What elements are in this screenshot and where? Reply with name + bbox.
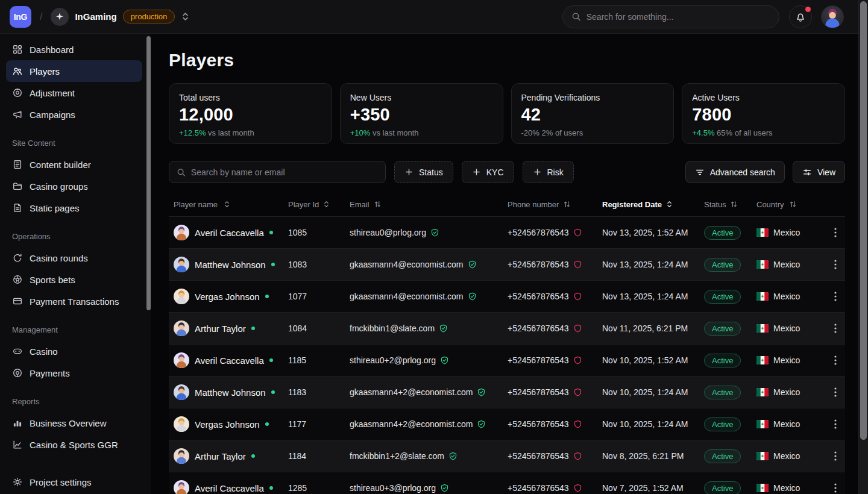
- gear-icon: [12, 477, 23, 487]
- row-menu-button[interactable]: [832, 321, 839, 336]
- player-phone: +524567876543: [508, 387, 569, 397]
- sidebar: Dashboard Players Adjustment Campaigns S…: [0, 34, 151, 494]
- sliders-icon: [802, 167, 812, 177]
- sidebar-scrollbar[interactable]: [146, 36, 151, 310]
- table-row[interactable]: Averil Caccavella 1285 sthireau0+3@prlog…: [169, 472, 845, 494]
- column-header-country[interactable]: Country: [756, 200, 826, 209]
- table-row[interactable]: Vergas Johnson 1177 gkaasmann4+2@economi…: [169, 408, 845, 440]
- player-avatar: [174, 225, 189, 240]
- sidebar-item-label: Sports bets: [30, 275, 75, 285]
- player-phone: +524567876543: [508, 228, 569, 237]
- player-avatar-illustration: [174, 384, 189, 400]
- sidebar-item-label: Casino: [30, 346, 58, 357]
- sidebar-item-players[interactable]: Players: [6, 60, 142, 82]
- player-email: fmckibbin1+2@slate.com: [350, 451, 444, 461]
- row-menu-button[interactable]: [832, 481, 839, 494]
- filters-row: Status KYC Risk Advanced search View: [169, 161, 845, 183]
- player-avatar: [174, 289, 189, 304]
- stats-row: Total users 12,000 +12.5% vs last month …: [169, 83, 845, 144]
- table-row[interactable]: Averil Caccavella 1085 sthireau0@prlog.o…: [169, 217, 845, 249]
- user-avatar[interactable]: [821, 5, 844, 28]
- environment-badge: production: [123, 10, 175, 23]
- online-status-dot: [269, 231, 273, 234]
- sidebar-item-payment-transactions[interactable]: Payment Transactions: [6, 290, 142, 312]
- sidebar-item-dashboard[interactable]: Dashboard: [6, 39, 142, 60]
- player-name: Averil Caccavella: [195, 483, 264, 493]
- page-scrollbar-thumb[interactable]: [860, 1, 867, 440]
- project-switcher[interactable]: [181, 11, 190, 22]
- sidebar-item-adjustment[interactable]: Adjustment: [6, 82, 142, 104]
- main-content: Players Total users 12,000 +12.5% vs las…: [151, 34, 858, 494]
- page-title: Players: [169, 50, 845, 70]
- sidebar-item-static-pages[interactable]: Static pages: [6, 197, 142, 219]
- table-row[interactable]: Arthur Taylor 1084 fmckibbin1@slate.com …: [169, 313, 845, 345]
- advanced-search-button[interactable]: Advanced search: [685, 161, 785, 183]
- line-chart-icon: [12, 439, 23, 450]
- app-logo[interactable]: InG: [10, 6, 31, 28]
- sidebar-item-business-overview[interactable]: Business Overview: [6, 412, 142, 434]
- stat-delta: -20%: [521, 128, 539, 137]
- row-menu-button[interactable]: [832, 417, 839, 431]
- players-search-input[interactable]: [191, 167, 378, 177]
- adjustment-icon: [12, 87, 23, 98]
- sort-arrows-icon: [374, 200, 382, 208]
- view-button[interactable]: View: [793, 161, 845, 183]
- global-search[interactable]: [562, 5, 779, 28]
- sidebar-item-project-settings[interactable]: Project settings: [6, 471, 142, 493]
- registered-date: Nov 13, 2025, 1:52 AM: [602, 228, 688, 237]
- filter-chip-risk[interactable]: Risk: [523, 161, 574, 183]
- filter-chip-label: Risk: [547, 167, 564, 177]
- mexico-flag-icon: [756, 356, 769, 364]
- sidebar-item-casino-rounds[interactable]: Casino rounds: [6, 247, 142, 269]
- player-email: gkaasmann4+2@economist.com: [350, 419, 473, 429]
- bell-icon: [795, 11, 806, 22]
- table-row[interactable]: Vergas Johnson 1077 gkaasmann4@economist…: [169, 281, 845, 313]
- page-scrollbar-track[interactable]: [858, 0, 868, 494]
- player-avatar: [174, 416, 189, 432]
- project-icon[interactable]: [51, 8, 69, 26]
- column-label: Player Id: [288, 200, 319, 209]
- breadcrumb-separator: /: [40, 11, 42, 22]
- stat-value: 12,000: [179, 105, 322, 125]
- folder-icon: [12, 181, 23, 192]
- online-status-dot: [271, 390, 275, 394]
- sidebar-item-casino-groups[interactable]: Casino groups: [6, 175, 142, 197]
- sidebar-item-content-builder[interactable]: Content builder: [6, 154, 142, 175]
- players-search[interactable]: [169, 161, 386, 183]
- sidebar-item-casino[interactable]: Casino: [6, 340, 142, 362]
- registered-date: Nov 10, 2025, 1:24 AM: [602, 419, 688, 429]
- column-header-phone[interactable]: Phone number: [508, 200, 602, 209]
- table-row[interactable]: Matthew Johnson 1183 gkaasmann4+2@econom…: [169, 377, 845, 408]
- row-menu-button[interactable]: [832, 289, 839, 304]
- sidebar-item-sports-bets[interactable]: Sports bets: [6, 269, 142, 290]
- player-phone: +524567876543: [508, 260, 569, 269]
- sidebar-item-campaigns[interactable]: Campaigns: [6, 104, 142, 125]
- row-menu-button[interactable]: [832, 257, 839, 272]
- filter-chip-kyc[interactable]: KYC: [462, 161, 514, 183]
- sidebar-item-label: Campaigns: [30, 110, 75, 120]
- column-header-player-name[interactable]: Player name: [174, 200, 288, 209]
- column-header-status[interactable]: Status: [704, 200, 756, 209]
- filter-chip-status[interactable]: Status: [394, 161, 453, 183]
- column-header-registered-date[interactable]: Registered Date: [602, 200, 704, 209]
- column-header-email[interactable]: Email: [350, 200, 508, 209]
- notifications-button[interactable]: [789, 5, 812, 28]
- player-avatar-illustration: [174, 352, 189, 368]
- column-header-player-id[interactable]: Player Id: [288, 200, 350, 209]
- registered-date: Nov 10, 2025, 1:24 AM: [602, 387, 688, 397]
- status-badge: Active: [704, 322, 741, 336]
- status-badge: Active: [704, 449, 741, 463]
- sidebar-item-payments[interactable]: Payments: [6, 362, 142, 384]
- player-id: 1083: [288, 260, 307, 269]
- table-row[interactable]: Matthew Johnson 1083 gkaasmann4@economis…: [169, 249, 845, 281]
- row-menu-button[interactable]: [832, 353, 839, 367]
- status-badge: Active: [704, 386, 741, 399]
- row-menu-button[interactable]: [832, 449, 839, 463]
- player-name: Matthew Johnson: [195, 387, 266, 398]
- table-row[interactable]: Arthur Taylor 1184 fmckibbin1+2@slate.co…: [169, 440, 845, 472]
- row-menu-button[interactable]: [832, 225, 839, 240]
- table-row[interactable]: Averil Caccavella 1185 sthireau0+2@prlog…: [169, 345, 845, 377]
- global-search-input[interactable]: [587, 12, 770, 22]
- row-menu-button[interactable]: [832, 385, 839, 399]
- sidebar-item-casino-sports-ggr[interactable]: Casino & Sports GGR: [6, 434, 142, 455]
